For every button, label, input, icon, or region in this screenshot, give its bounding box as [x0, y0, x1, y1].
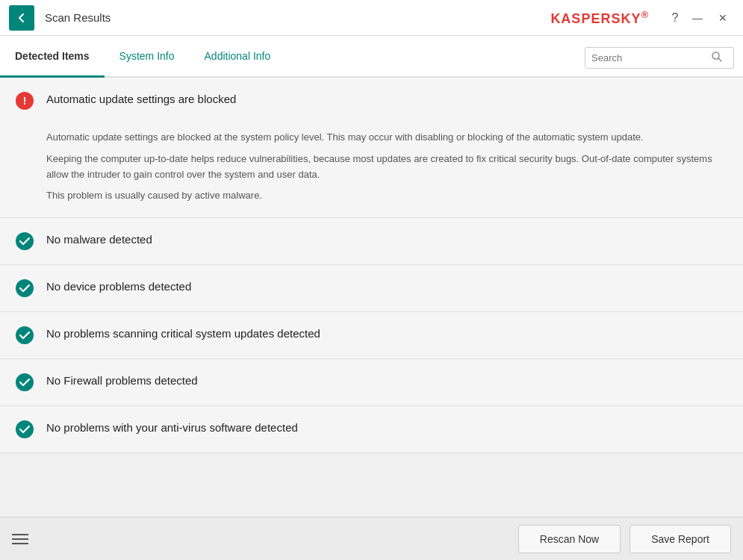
success-icon-malware — [15, 231, 34, 251]
success-icon-updates — [15, 326, 34, 345]
footer: Rescan Now Save Report — [0, 517, 743, 560]
minimize-button[interactable]: — — [686, 7, 709, 29]
svg-point-6 — [16, 326, 34, 344]
results-list[interactable]: ! Automatic update settings are blocked … — [0, 78, 743, 517]
hamburger-menu-button[interactable] — [12, 534, 28, 544]
help-button[interactable]: ? — [664, 7, 686, 29]
search-box — [585, 47, 734, 69]
svg-point-7 — [16, 373, 34, 391]
window-title: Scan Results — [45, 11, 550, 24]
window-controls: — ✕ — [686, 7, 734, 29]
back-button[interactable] — [9, 5, 34, 31]
search-icon — [711, 51, 723, 65]
result-title-device: No device problems detected — [46, 279, 191, 294]
result-title-malware: No malware detected — [46, 231, 152, 247]
success-icon-device — [15, 279, 34, 298]
svg-point-5 — [16, 279, 34, 297]
error-icon: ! — [15, 91, 34, 111]
success-icon-firewall — [15, 373, 34, 392]
content-area: ! Automatic update settings are blocked … — [0, 78, 743, 517]
result-body-auto-update: Automatic update settings are blocked at… — [46, 130, 728, 204]
save-report-button[interactable]: Save Report — [629, 525, 731, 553]
result-item-firewall: No Firewall problems detected — [0, 359, 743, 406]
close-button[interactable]: ✕ — [712, 7, 734, 29]
result-item-antivirus: No problems with your anti-virus softwar… — [0, 406, 743, 453]
result-title-firewall: No Firewall problems detected — [46, 373, 198, 388]
svg-point-8 — [16, 420, 34, 438]
svg-point-4 — [16, 232, 34, 250]
tab-bar: Detected Items System Info Additional In… — [0, 36, 743, 78]
result-title-updates: No problems scanning critical system upd… — [46, 326, 320, 341]
rescan-now-button[interactable]: Rescan Now — [518, 525, 621, 553]
svg-text:!: ! — [23, 95, 27, 107]
result-item-device-problems: No device problems detected — [0, 265, 743, 312]
tab-additional-info[interactable]: Additional Info — [190, 36, 286, 76]
tab-system-info[interactable]: System Info — [105, 36, 190, 76]
result-item-critical-updates: No problems scanning critical system upd… — [0, 312, 743, 359]
result-item-malware: No malware detected — [0, 218, 743, 265]
kaspersky-logo: KASPERSKY® — [550, 9, 649, 27]
search-input[interactable] — [591, 52, 711, 63]
result-title-antivirus: No problems with your anti-virus softwar… — [46, 420, 298, 435]
result-item-auto-update: ! Automatic update settings are blocked … — [0, 78, 743, 218]
tab-detected-items[interactable]: Detected Items — [0, 36, 105, 76]
svg-line-1 — [718, 58, 721, 61]
success-icon-antivirus — [15, 420, 34, 439]
title-bar: Scan Results KASPERSKY® ? — ✕ — [0, 0, 743, 36]
result-title-auto-update: Automatic update settings are blocked — [46, 91, 236, 107]
